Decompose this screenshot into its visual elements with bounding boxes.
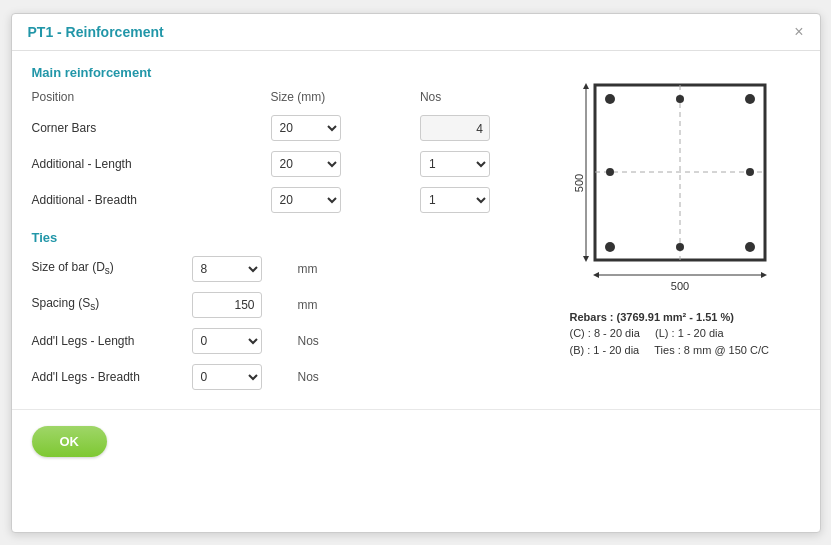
dialog-footer: OK xyxy=(12,416,820,471)
rebar-info-ties: Ties : 8 mm @ 150 C/C xyxy=(654,344,769,356)
svg-marker-12 xyxy=(583,83,589,89)
ties-addl-length-unit: Nos xyxy=(292,334,319,348)
ties-addl-breadth-unit-cell: Nos xyxy=(292,359,540,395)
svg-marker-13 xyxy=(583,256,589,262)
svg-point-5 xyxy=(605,242,615,252)
reinforcement-dialog: PT1 - Reinforcement × Main reinforcement… xyxy=(11,13,821,533)
svg-point-10 xyxy=(676,243,684,251)
ties-bar-unit: mm xyxy=(292,262,318,276)
ties-addl-length-unit-cell: Nos xyxy=(292,323,540,359)
add-breadth-size-cell: 8101216202532 xyxy=(271,182,420,218)
svg-point-7 xyxy=(606,168,614,176)
ties-table: Size of bar (Ds) 81012 mm xyxy=(32,251,540,395)
corner-bars-size-select[interactable]: 8101216202532 xyxy=(271,115,341,141)
ties-bar-unit-cell: mm xyxy=(292,251,540,287)
add-length-size-cell: 8101216202532 xyxy=(271,146,420,182)
add-breadth-nos-select[interactable]: 1234 xyxy=(420,187,490,213)
rebar-info: Rebars : (3769.91 mm² - 1.51 %) (C) : 8 … xyxy=(570,309,790,359)
column-diagram: 500 500 xyxy=(570,75,790,305)
table-row: Spacing (Ss) mm xyxy=(32,287,540,323)
ties-addl-breadth-unit: Nos xyxy=(292,370,319,384)
ties-section: Ties Size of bar (Ds) 81012 xyxy=(32,230,540,395)
footer-separator xyxy=(12,409,820,410)
ties-bar-size-label: Size of bar (Ds) xyxy=(32,251,192,287)
diagram-svg: 500 500 xyxy=(570,75,790,305)
svg-marker-16 xyxy=(593,272,599,278)
ties-addl-length-label: Add'l Legs - Length xyxy=(32,323,192,359)
add-breadth-nos-cell: 1234 xyxy=(420,182,540,218)
ties-addl-breadth-label: Add'l Legs - Breadth xyxy=(32,359,192,395)
left-panel: Main reinforcement Position Size (mm) No… xyxy=(32,65,540,395)
rebar-info-b: (B) : 1 - 20 dia xyxy=(570,344,640,356)
row-label-corner-bars: Corner Bars xyxy=(32,110,271,146)
svg-text:500: 500 xyxy=(573,173,585,191)
table-row: Add'l Legs - Breadth 0123 Nos xyxy=(32,359,540,395)
add-length-nos-cell: 1234 xyxy=(420,146,540,182)
row-label-add-length: Additional - Length xyxy=(32,146,271,182)
ties-addl-breadth-select[interactable]: 0123 xyxy=(192,364,262,390)
ties-spacing-unit-cell: mm xyxy=(292,287,540,323)
table-row: Size of bar (Ds) 81012 mm xyxy=(32,251,540,287)
svg-point-6 xyxy=(745,242,755,252)
ties-addl-length-cell: 0123 xyxy=(192,323,292,359)
dialog-body: Main reinforcement Position Size (mm) No… xyxy=(12,51,820,405)
table-row: Additional - Breadth 8101216202532 1234 xyxy=(32,182,540,218)
rebar-info-title: Rebars : (3769.91 mm² - 1.51 %) xyxy=(570,311,734,323)
ties-addl-length-select[interactable]: 0123 xyxy=(192,328,262,354)
main-reinforcement-table: Position Size (mm) Nos Corner Bars 81012… xyxy=(32,86,540,218)
add-breadth-size-select[interactable]: 8101216202532 xyxy=(271,187,341,213)
ties-spacing-input[interactable] xyxy=(192,292,262,318)
svg-point-3 xyxy=(605,94,615,104)
svg-point-9 xyxy=(676,95,684,103)
col-header-position: Position xyxy=(32,86,271,110)
ties-spacing-unit: mm xyxy=(292,298,318,312)
close-button[interactable]: × xyxy=(794,24,803,40)
svg-point-4 xyxy=(745,94,755,104)
dialog-header: PT1 - Reinforcement × xyxy=(12,14,820,51)
ties-bar-size-select[interactable]: 81012 xyxy=(192,256,262,282)
main-reinforcement-section: Main reinforcement Position Size (mm) No… xyxy=(32,65,540,218)
table-row: Corner Bars 8101216202532 4 xyxy=(32,110,540,146)
ok-button[interactable]: OK xyxy=(32,426,108,457)
corner-bars-nos-value: 4 xyxy=(420,115,490,141)
svg-marker-17 xyxy=(761,272,767,278)
rebar-info-l: (L) : 1 - 20 dia xyxy=(655,327,723,339)
ties-spacing-label: Spacing (Ss) xyxy=(32,287,192,323)
corner-bars-size-cell: 8101216202532 xyxy=(271,110,420,146)
add-length-size-select[interactable]: 8101216202532 xyxy=(271,151,341,177)
main-reinforcement-title: Main reinforcement xyxy=(32,65,540,80)
svg-text:500: 500 xyxy=(670,280,688,292)
corner-bars-nos-cell: 4 xyxy=(420,110,540,146)
add-length-nos-select[interactable]: 1234 xyxy=(420,151,490,177)
svg-point-8 xyxy=(746,168,754,176)
ties-section-title: Ties xyxy=(32,230,540,245)
ties-bar-size-cell: 81012 xyxy=(192,251,292,287)
table-row: Add'l Legs - Length 0123 Nos xyxy=(32,323,540,359)
dialog-title: PT1 - Reinforcement xyxy=(28,24,164,40)
ties-addl-breadth-cell: 0123 xyxy=(192,359,292,395)
row-label-add-breadth: Additional - Breadth xyxy=(32,182,271,218)
right-panel: 500 500 Rebars : (3769.91 mm² - 1.51 %) … xyxy=(560,65,800,395)
ties-spacing-cell xyxy=(192,287,292,323)
col-header-nos: Nos xyxy=(420,86,540,110)
rebar-info-c: (C) : 8 - 20 dia xyxy=(570,327,640,339)
table-row: Additional - Length 8101216202532 1234 xyxy=(32,146,540,182)
col-header-size: Size (mm) xyxy=(271,86,420,110)
